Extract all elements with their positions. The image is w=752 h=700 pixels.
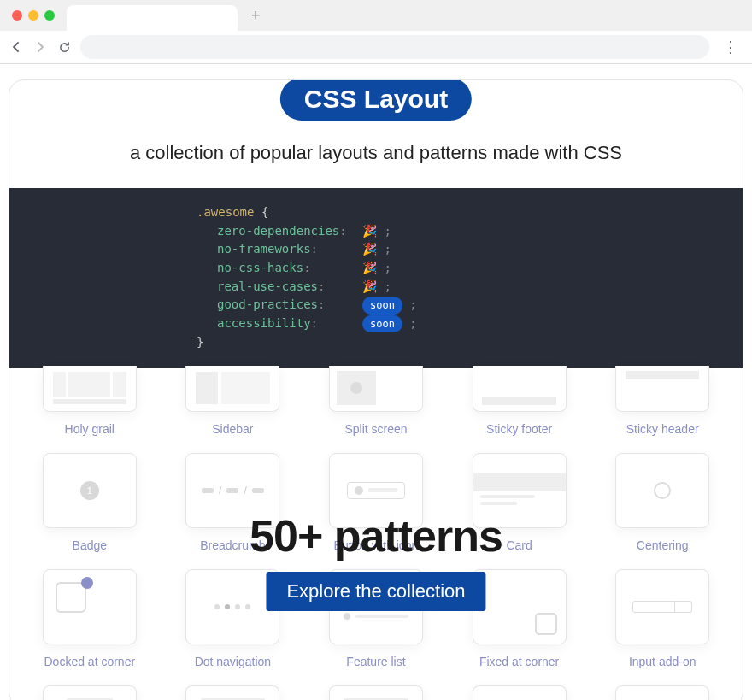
pattern-label: Split screen <box>344 422 407 436</box>
code-prop: zero-dependencies <box>217 224 339 238</box>
code-value: 🎉 <box>362 278 377 297</box>
pattern-label: Fixed at corner <box>479 655 559 668</box>
reload-button[interactable] <box>56 39 72 55</box>
explore-collection-button[interactable]: Explore the collection <box>266 572 485 611</box>
code-value-pill: soon <box>362 315 402 333</box>
headline: 50+ patterns <box>9 510 743 562</box>
pattern-split-screen[interactable]: Split screen <box>321 366 431 436</box>
pattern-item[interactable] <box>608 685 717 701</box>
maximize-window-button[interactable] <box>44 10 55 21</box>
pattern-label: Input add-on <box>629 655 696 668</box>
pattern-docked-at-corner[interactable]: Docked at corner <box>35 569 144 668</box>
page-title-badge: CSS Layout <box>280 79 472 121</box>
pattern-holy-grail[interactable]: Holy grail <box>35 366 144 436</box>
code-selector: .awesome <box>197 203 254 222</box>
page-viewport: CSS Layout a collection of popular layou… <box>0 64 752 700</box>
code-value: 🎉 <box>362 240 377 259</box>
pattern-item[interactable] <box>179 685 288 701</box>
pattern-item[interactable] <box>465 685 574 701</box>
pattern-label: Sticky footer <box>486 422 552 436</box>
pattern-sticky-header[interactable]: Sticky header <box>608 366 717 436</box>
pattern-sticky-footer[interactable]: Sticky footer <box>465 366 574 436</box>
new-tab-button[interactable]: + <box>244 7 267 25</box>
badge-number: 1 <box>80 481 99 500</box>
pattern-label: Sidebar <box>212 422 253 436</box>
pattern-label: Docked at corner <box>44 655 135 668</box>
content-card: CSS Layout a collection of popular layou… <box>9 79 743 700</box>
pattern-label: Feature list <box>346 655 405 668</box>
code-block: .awesome { zero-dependencies:🎉 ; no-fram… <box>9 188 743 368</box>
forward-button[interactable] <box>32 39 48 55</box>
code-value-pill: soon <box>362 297 402 315</box>
browser-chrome: + ⋮ <box>0 0 752 64</box>
window-controls <box>7 10 60 21</box>
pattern-sidebar[interactable]: Sidebar <box>179 366 288 436</box>
code-prop: no-frameworks <box>217 242 311 256</box>
pattern-label: Sticky header <box>626 422 699 436</box>
browser-menu-button[interactable]: ⋮ <box>718 38 743 56</box>
address-bar[interactable] <box>80 35 709 59</box>
code-prop: real-use-cases <box>217 279 318 293</box>
pattern-label: Holy grail <box>65 422 115 436</box>
close-window-button[interactable] <box>12 10 22 21</box>
page-subtitle: a collection of popular layouts and patt… <box>9 142 743 164</box>
code-prop: good-practices <box>217 297 318 311</box>
pattern-input-add-on[interactable]: Input add-on <box>608 569 717 668</box>
pattern-item[interactable] <box>35 685 144 701</box>
back-button[interactable] <box>9 39 24 55</box>
code-value: 🎉 <box>362 222 377 241</box>
code-prop: accessibility <box>217 316 311 330</box>
pattern-item[interactable] <box>321 685 431 701</box>
minimize-window-button[interactable] <box>28 10 38 21</box>
code-value: 🎉 <box>362 259 377 278</box>
browser-tab[interactable] <box>67 5 238 31</box>
pattern-grid: Holy grail Sidebar Split screen Sticky f… <box>9 366 743 436</box>
browser-toolbar: ⋮ <box>0 31 752 63</box>
pattern-grid <box>9 685 743 701</box>
pattern-label: Dot navigation <box>195 655 272 668</box>
code-prop: no-css-hacks <box>217 261 303 274</box>
tab-bar: + <box>0 0 752 31</box>
